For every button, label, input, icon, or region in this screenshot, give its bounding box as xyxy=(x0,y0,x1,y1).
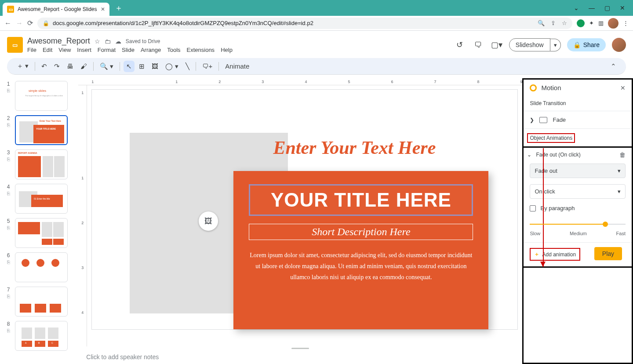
close-panel-icon[interactable]: ✕ xyxy=(620,84,626,91)
start-condition-dropdown[interactable]: On click ▾ xyxy=(530,184,626,199)
bookmark-icon[interactable]: ☆ xyxy=(562,20,567,26)
comments-icon[interactable]: 🗨 xyxy=(472,40,484,50)
print-button[interactable]: 🖶 xyxy=(64,61,76,72)
new-slide-button[interactable]: ＋ ▾ xyxy=(14,60,31,72)
collapse-toolbar-icon[interactable]: ⌃ xyxy=(608,61,619,72)
by-paragraph-checkbox[interactable] xyxy=(530,205,536,211)
slide-thumbnail-8[interactable]: ABC xyxy=(15,321,68,351)
account-avatar[interactable] xyxy=(612,38,626,52)
motion-icon xyxy=(530,84,537,91)
address-input[interactable] xyxy=(53,20,534,26)
share-button[interactable]: 🔒 Share xyxy=(567,38,606,51)
textbox-tool[interactable]: ⊞ xyxy=(136,61,147,72)
lock-icon: 🔒 xyxy=(43,20,49,26)
tab-close-icon[interactable]: ✕ xyxy=(101,6,105,12)
extension-icon[interactable] xyxy=(577,19,585,27)
cloud-icon[interactable]: ☁ xyxy=(115,38,121,45)
thumb-number: 8 xyxy=(7,321,10,327)
share-url-icon[interactable]: ⇪ xyxy=(551,20,556,26)
close-window-icon[interactable]: ✕ xyxy=(620,4,625,11)
address-input-wrap[interactable]: 🔒 🔍 ⇪ ☆ xyxy=(37,18,572,29)
transition-name: Fade xyxy=(553,116,566,123)
redo-button[interactable]: ↷ xyxy=(51,61,62,72)
add-animation-button[interactable]: ＋ Add animation xyxy=(530,248,580,261)
history-icon[interactable]: ↺ xyxy=(454,40,466,50)
slide-thumbnail-6[interactable] xyxy=(15,252,68,282)
maximize-icon[interactable]: ▢ xyxy=(604,4,610,11)
link-icon: ⎘ xyxy=(7,225,10,230)
select-tool[interactable]: ↖ xyxy=(124,61,135,72)
lock-share-icon: 🔒 xyxy=(573,41,581,48)
minimize-icon[interactable]: — xyxy=(589,4,595,11)
slide-thumbnail-4[interactable]: 01 Enter the title xyxy=(15,184,68,214)
transition-section-title: Slide Transition xyxy=(524,96,632,111)
menu-view[interactable]: View xyxy=(58,47,71,53)
slide-canvas[interactable]: 🖼 Enter Your Text Here YOUR TITLE HERE S… xyxy=(92,90,517,329)
slide-thumbnail-7[interactable] xyxy=(15,287,68,317)
slide-thumbnail-3[interactable]: REPORT AGENDA xyxy=(15,149,68,179)
menu-file[interactable]: File xyxy=(27,47,36,53)
nav-forward-icon[interactable]: → xyxy=(16,19,23,27)
animation-type-value: Fade out xyxy=(535,167,557,174)
delete-animation-icon[interactable]: 🗑 xyxy=(619,151,626,158)
paint-format-button[interactable]: 🖌 xyxy=(78,61,90,72)
thumbnail-panel[interactable]: 1⎘ simple slidesThe largest library of i… xyxy=(0,78,78,364)
menu-help[interactable]: Help xyxy=(221,47,233,53)
slideshow-button[interactable]: Slideshow xyxy=(509,38,550,51)
reload-icon[interactable]: ⟳ xyxy=(27,19,33,27)
object-animations-label: Object Animations xyxy=(527,133,575,143)
transition-row[interactable]: ❯ Fade xyxy=(524,111,632,129)
menu-format[interactable]: Format xyxy=(98,47,116,53)
menu-extensions[interactable]: Extensions xyxy=(187,47,215,53)
animation-type-dropdown[interactable]: Fade out ▾ xyxy=(530,164,626,178)
shape-tool[interactable]: ◯ ▾ xyxy=(163,61,181,72)
undo-button[interactable]: ↶ xyxy=(39,61,50,72)
slideshow-dropdown[interactable]: ▾ xyxy=(550,39,561,51)
browser-profile-avatar[interactable] xyxy=(608,18,618,29)
title-textbox[interactable]: YOUR TITLE HERE xyxy=(249,184,473,216)
speaker-notes-handle[interactable] xyxy=(78,346,522,350)
window-controls: ⌄ — ▢ ✕ xyxy=(568,4,630,11)
motion-panel-title: Motion xyxy=(541,84,616,91)
slide-thumbnail-2[interactable]: Enter Your Text Here YOUR TITLE HERE xyxy=(15,115,68,145)
browser-chrome: ▭ Awesome_Report - Google Slides ✕ ＋ ⌄ —… xyxy=(0,0,633,31)
menu-edit[interactable]: Edit xyxy=(43,47,52,53)
new-tab-button[interactable]: ＋ xyxy=(115,3,123,13)
menu-arrange[interactable]: Arrange xyxy=(141,47,161,53)
chevron-down-icon[interactable]: ⌄ xyxy=(527,152,531,158)
nav-back-icon[interactable]: ← xyxy=(4,19,11,27)
slides-logo[interactable]: ▭ xyxy=(7,37,23,53)
zoom-button[interactable]: 🔍 ▾ xyxy=(97,61,116,72)
move-icon[interactable]: 🗀 xyxy=(105,38,111,45)
star-icon[interactable]: ☆ xyxy=(95,38,100,45)
body-text[interactable]: Lorem ipsum dolor sit amet, consectetur … xyxy=(249,250,473,283)
doc-title[interactable]: Awesome_Report xyxy=(27,36,90,46)
slide-thumbnail-1[interactable]: simple slidesThe largest library of info… xyxy=(15,81,68,111)
meet-icon[interactable]: ▢▾ xyxy=(491,40,503,50)
speed-slider[interactable] xyxy=(530,219,626,230)
play-button[interactable]: Play xyxy=(594,247,622,260)
extensions-puzzle-icon[interactable]: ✦ xyxy=(589,20,594,26)
menu-tools[interactable]: Tools xyxy=(167,47,180,53)
link-icon: ⎘ xyxy=(7,88,10,93)
dropdown-caret-icon: ▾ xyxy=(618,188,621,195)
image-tool[interactable]: 🖼 xyxy=(149,61,161,72)
menu-insert[interactable]: Insert xyxy=(77,47,91,53)
browser-tab[interactable]: ▭ Awesome_Report - Google Slides ✕ xyxy=(3,3,109,16)
zoom-icon[interactable]: 🔍 xyxy=(538,20,545,26)
thumb-number: 4 xyxy=(7,184,10,190)
slide-heading[interactable]: Enter Your Text Here xyxy=(273,137,436,158)
description-textbox[interactable]: Short Description Here xyxy=(249,224,473,240)
line-tool[interactable]: ╲ xyxy=(183,61,192,72)
orange-card[interactable]: YOUR TITLE HERE Short Description Here L… xyxy=(233,171,488,329)
browser-menu-icon[interactable]: ⋮ xyxy=(623,20,629,26)
slide-thumbnail-5[interactable] xyxy=(15,218,68,248)
speaker-notes[interactable]: Click to add speaker notes xyxy=(78,350,522,364)
sidepanel-icon[interactable]: ▥ xyxy=(598,20,604,26)
slides-favicon: ▭ xyxy=(7,6,14,13)
slide-icon xyxy=(539,117,547,123)
menu-slide[interactable]: Slide xyxy=(122,47,135,53)
animate-button[interactable]: Animate xyxy=(222,61,252,72)
chevron-down-icon[interactable]: ⌄ xyxy=(574,4,579,11)
comment-tool[interactable]: 🗨+ xyxy=(200,61,215,72)
